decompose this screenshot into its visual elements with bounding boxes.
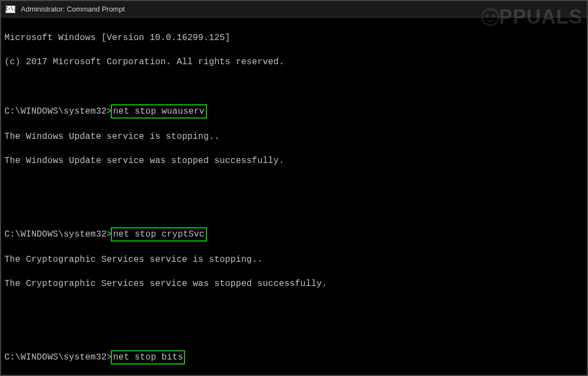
output-line: The Windows Update service is stopping.. bbox=[4, 131, 584, 143]
command-line-1: C:\WINDOWS\system32>net stop wuauserv bbox=[4, 104, 584, 119]
blank-line bbox=[4, 80, 584, 92]
command-line-3: C:\WINDOWS\system32>net stop bits bbox=[4, 350, 584, 364]
output-line: The Windows Update service was stopped s… bbox=[4, 155, 584, 167]
blank-line bbox=[4, 326, 584, 338]
version-line: Microsoft Windows [Version 10.0.16299.12… bbox=[4, 32, 584, 44]
prompt: C:\WINDOWS\system32> bbox=[4, 106, 112, 116]
copyright-line: (c) 2017 Microsoft Corporation. All righ… bbox=[4, 56, 584, 68]
prompt: C:\WINDOWS\system32> bbox=[4, 229, 112, 239]
blank-line bbox=[4, 302, 584, 314]
titlebar[interactable]: C:\. Administrator: Command Prompt bbox=[1, 1, 587, 18]
highlighted-command-3: net stop bits bbox=[111, 350, 185, 364]
window-title: Administrator: Command Prompt bbox=[21, 5, 583, 13]
terminal-output[interactable]: Microsoft Windows [Version 10.0.16299.12… bbox=[1, 18, 587, 375]
prompt: C:\WINDOWS\system32> bbox=[4, 352, 112, 362]
output-line: The Cryptographic Services service is st… bbox=[4, 254, 584, 266]
command-line-2: C:\WINDOWS\system32>net stop cryptSvc bbox=[4, 227, 584, 242]
highlighted-command-2: net stop cryptSvc bbox=[111, 227, 207, 242]
output-line: The Cryptographic Services service was s… bbox=[4, 278, 584, 290]
blank-line bbox=[4, 203, 584, 215]
highlighted-command-1: net stop wuauserv bbox=[111, 104, 207, 119]
blank-line bbox=[4, 179, 584, 191]
cmd-icon: C:\. bbox=[5, 5, 15, 13]
cmd-window: C:\. Administrator: Command Prompt Micro… bbox=[0, 0, 588, 376]
